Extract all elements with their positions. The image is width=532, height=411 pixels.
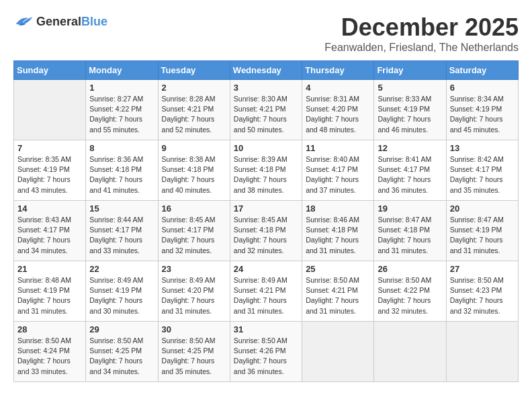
day-number: 4 [306, 83, 370, 93]
day-number: 19 [378, 203, 442, 214]
day-number: 12 [378, 143, 442, 153]
day-number: 29 [89, 324, 154, 334]
day-info: Sunrise: 8:49 AMSunset: 4:21 PMDaylight:… [234, 275, 298, 316]
calendar-cell: 17Sunrise: 8:45 AMSunset: 4:18 PMDayligh… [230, 201, 302, 261]
day-info: Sunrise: 8:44 AMSunset: 4:17 PMDaylight:… [89, 215, 154, 256]
day-info: Sunrise: 8:28 AMSunset: 4:21 PMDaylight:… [162, 94, 226, 135]
day-info: Sunrise: 8:50 AMSunset: 4:25 PMDaylight:… [162, 336, 226, 377]
day-number: 24 [234, 264, 298, 274]
logo: GeneralBlue [13, 13, 107, 30]
header-row: SundayMondayTuesdayWednesdayThursdayFrid… [14, 61, 519, 80]
day-info: Sunrise: 8:39 AMSunset: 4:18 PMDaylight:… [234, 154, 298, 195]
logo-blue: Blue [81, 15, 107, 28]
calendar-cell: 22Sunrise: 8:49 AMSunset: 4:19 PMDayligh… [86, 261, 158, 322]
location-title: Feanwalden, Friesland, The Netherlands [324, 42, 519, 54]
day-info: Sunrise: 8:27 AMSunset: 4:22 PMDaylight:… [89, 94, 154, 135]
header-day-friday: Friday [374, 61, 446, 80]
day-number: 16 [162, 203, 226, 214]
day-info: Sunrise: 8:46 AMSunset: 4:18 PMDaylight:… [306, 215, 370, 256]
day-info: Sunrise: 8:41 AMSunset: 4:17 PMDaylight:… [378, 154, 442, 195]
day-number: 9 [162, 143, 226, 153]
calendar-cell: 9Sunrise: 8:38 AMSunset: 4:18 PMDaylight… [158, 140, 230, 201]
header: GeneralBlue December 2025 Feanwalden, Fr… [13, 13, 519, 54]
day-info: Sunrise: 8:30 AMSunset: 4:21 PMDaylight:… [234, 94, 298, 135]
header-day-thursday: Thursday [302, 61, 374, 80]
month-title: December 2025 [324, 13, 519, 42]
day-number: 2 [162, 83, 226, 93]
calendar-cell: 8Sunrise: 8:36 AMSunset: 4:18 PMDaylight… [86, 140, 158, 201]
calendar-cell: 21Sunrise: 8:48 AMSunset: 4:19 PMDayligh… [14, 261, 86, 322]
day-info: Sunrise: 8:50 AMSunset: 4:26 PMDaylight:… [234, 336, 298, 377]
calendar-cell: 31Sunrise: 8:50 AMSunset: 4:26 PMDayligh… [230, 322, 302, 382]
calendar-cell: 10Sunrise: 8:39 AMSunset: 4:18 PMDayligh… [230, 140, 302, 201]
week-row-1: 1Sunrise: 8:27 AMSunset: 4:22 PMDaylight… [14, 80, 519, 140]
calendar-cell: 2Sunrise: 8:28 AMSunset: 4:21 PMDaylight… [158, 80, 230, 140]
logo-general: General [36, 15, 81, 28]
day-number: 21 [17, 264, 82, 274]
logo-icon [13, 13, 34, 30]
calendar-cell: 11Sunrise: 8:40 AMSunset: 4:17 PMDayligh… [302, 140, 374, 201]
calendar-cell: 14Sunrise: 8:43 AMSunset: 4:17 PMDayligh… [14, 201, 86, 261]
day-info: Sunrise: 8:50 AMSunset: 4:23 PMDaylight:… [450, 275, 515, 316]
calendar-cell: 27Sunrise: 8:50 AMSunset: 4:23 PMDayligh… [446, 261, 518, 322]
day-info: Sunrise: 8:50 AMSunset: 4:21 PMDaylight:… [306, 275, 370, 316]
day-number: 23 [162, 264, 226, 274]
day-number: 10 [234, 143, 298, 153]
day-number: 18 [306, 203, 370, 214]
week-row-4: 21Sunrise: 8:48 AMSunset: 4:19 PMDayligh… [14, 261, 519, 322]
day-info: Sunrise: 8:48 AMSunset: 4:19 PMDaylight:… [17, 275, 82, 316]
calendar-cell: 7Sunrise: 8:35 AMSunset: 4:19 PMDaylight… [14, 140, 86, 201]
day-info: Sunrise: 8:47 AMSunset: 4:19 PMDaylight:… [450, 215, 515, 256]
day-info: Sunrise: 8:50 AMSunset: 4:22 PMDaylight:… [378, 275, 442, 316]
day-info: Sunrise: 8:36 AMSunset: 4:18 PMDaylight:… [89, 154, 154, 195]
calendar-cell: 29Sunrise: 8:50 AMSunset: 4:25 PMDayligh… [86, 322, 158, 382]
calendar-cell: 25Sunrise: 8:50 AMSunset: 4:21 PMDayligh… [302, 261, 374, 322]
day-info: Sunrise: 8:45 AMSunset: 4:17 PMDaylight:… [162, 215, 226, 256]
header-day-wednesday: Wednesday [230, 61, 302, 80]
day-info: Sunrise: 8:43 AMSunset: 4:17 PMDaylight:… [17, 215, 82, 256]
week-row-2: 7Sunrise: 8:35 AMSunset: 4:19 PMDaylight… [14, 140, 519, 201]
calendar-cell [374, 322, 446, 382]
day-number: 31 [234, 324, 298, 334]
day-info: Sunrise: 8:34 AMSunset: 4:19 PMDaylight:… [450, 94, 515, 135]
header-day-tuesday: Tuesday [158, 61, 230, 80]
calendar-cell: 23Sunrise: 8:49 AMSunset: 4:20 PMDayligh… [158, 261, 230, 322]
calendar-cell: 30Sunrise: 8:50 AMSunset: 4:25 PMDayligh… [158, 322, 230, 382]
day-info: Sunrise: 8:49 AMSunset: 4:20 PMDaylight:… [162, 275, 226, 316]
calendar-cell: 3Sunrise: 8:30 AMSunset: 4:21 PMDaylight… [230, 80, 302, 140]
week-row-5: 28Sunrise: 8:50 AMSunset: 4:24 PMDayligh… [14, 322, 519, 382]
header-day-sunday: Sunday [14, 61, 86, 80]
day-number: 27 [450, 264, 515, 274]
calendar-cell: 28Sunrise: 8:50 AMSunset: 4:24 PMDayligh… [14, 322, 86, 382]
day-number: 13 [450, 143, 515, 153]
day-number: 25 [306, 264, 370, 274]
day-number: 28 [17, 324, 82, 334]
day-info: Sunrise: 8:33 AMSunset: 4:19 PMDaylight:… [378, 94, 442, 135]
day-info: Sunrise: 8:42 AMSunset: 4:17 PMDaylight:… [450, 154, 515, 195]
day-info: Sunrise: 8:45 AMSunset: 4:18 PMDaylight:… [234, 215, 298, 256]
day-number: 6 [450, 83, 515, 93]
logo-text: GeneralBlue [36, 15, 107, 29]
header-day-monday: Monday [86, 61, 158, 80]
day-info: Sunrise: 8:38 AMSunset: 4:18 PMDaylight:… [162, 154, 226, 195]
calendar-cell: 1Sunrise: 8:27 AMSunset: 4:22 PMDaylight… [86, 80, 158, 140]
day-info: Sunrise: 8:47 AMSunset: 4:18 PMDaylight:… [378, 215, 442, 256]
day-info: Sunrise: 8:50 AMSunset: 4:24 PMDaylight:… [17, 336, 82, 377]
day-number: 30 [162, 324, 226, 334]
calendar-cell: 18Sunrise: 8:46 AMSunset: 4:18 PMDayligh… [302, 201, 374, 261]
calendar-cell: 26Sunrise: 8:50 AMSunset: 4:22 PMDayligh… [374, 261, 446, 322]
day-number: 1 [89, 83, 154, 93]
day-info: Sunrise: 8:40 AMSunset: 4:17 PMDaylight:… [306, 154, 370, 195]
day-info: Sunrise: 8:49 AMSunset: 4:19 PMDaylight:… [89, 275, 154, 316]
day-number: 26 [378, 264, 442, 274]
header-day-saturday: Saturday [446, 61, 518, 80]
day-number: 7 [17, 143, 82, 153]
day-info: Sunrise: 8:31 AMSunset: 4:20 PMDaylight:… [306, 94, 370, 135]
day-number: 22 [89, 264, 154, 274]
day-number: 14 [17, 203, 82, 214]
calendar-cell [302, 322, 374, 382]
day-number: 20 [450, 203, 515, 214]
calendar-cell: 20Sunrise: 8:47 AMSunset: 4:19 PMDayligh… [446, 201, 518, 261]
calendar-cell: 5Sunrise: 8:33 AMSunset: 4:19 PMDaylight… [374, 80, 446, 140]
calendar-cell: 19Sunrise: 8:47 AMSunset: 4:18 PMDayligh… [374, 201, 446, 261]
